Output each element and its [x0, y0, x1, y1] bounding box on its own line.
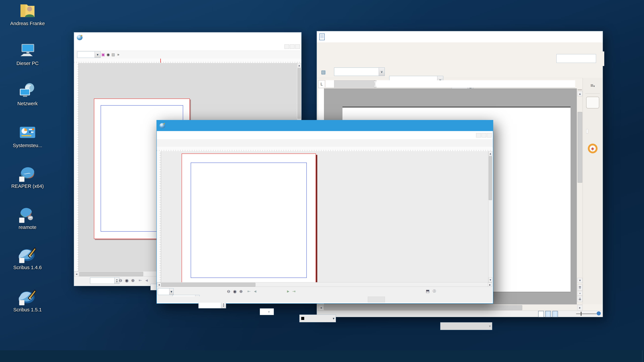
- oo-horizontal-ruler[interactable]: [326, 80, 575, 88]
- s146-zoom-spinbox[interactable]: ▲▼: [198, 302, 221, 308]
- s151-first-page-icon[interactable]: ⇤: [139, 278, 142, 283]
- desktop-icon-systemsteuerung[interactable]: PDF ♻ Systemsteu...: [3, 124, 52, 148]
- oo-ruler-corner[interactable]: L: [318, 80, 325, 88]
- mdi-restore-icon[interactable]: [290, 44, 294, 49]
- page-dot-icon[interactable]: ●: [577, 291, 582, 296]
- s146-next-page-icon[interactable]: ►: [286, 289, 290, 294]
- oo-styles-icon[interactable]: ▧: [319, 67, 327, 76]
- desktop-icon-user-folder[interactable]: PDF ♻ Andreas Franke: [3, 2, 52, 26]
- s146-page-spinbox[interactable]: ∨: [260, 308, 274, 315]
- desktop-icon-netzwerk[interactable]: PDF ♻ Netzwerk: [3, 82, 52, 107]
- s151-color-icon[interactable]: ▣: [100, 51, 106, 58]
- scroll-right-icon[interactable]: ▸: [488, 283, 492, 287]
- sidebar-tab-gallery[interactable]: [586, 130, 599, 141]
- oo-hscrollbar[interactable]: ◂ ▸: [318, 304, 582, 311]
- scroll-left-icon[interactable]: ◂: [318, 305, 324, 310]
- single-page-view-icon[interactable]: [538, 311, 544, 317]
- oo-maximize-button[interactable]: [563, 31, 582, 42]
- s146-canvas[interactable]: [157, 151, 488, 282]
- oo-find-input[interactable]: [559, 56, 593, 61]
- s146-vscrollbar[interactable]: ▴ ▾: [488, 151, 492, 282]
- sidebar-menu-icon[interactable]: ≡▾: [590, 83, 595, 88]
- scroll-right-icon[interactable]: ▸: [577, 305, 582, 310]
- desktop-icon-art: PDF ♻: [19, 165, 36, 182]
- multi-page-view-icon[interactable]: [545, 311, 551, 317]
- scroll-up-icon[interactable]: ▴: [297, 63, 301, 68]
- scroll-down-icon[interactable]: ▾: [577, 278, 582, 283]
- taskbar-clock[interactable]: [612, 350, 640, 362]
- zoom-slider-track[interactable]: [576, 314, 598, 314]
- s146-titlebar[interactable]: [157, 120, 493, 131]
- desktop-icon-scribus-146[interactable]: PDF ♻ Scribus 1.4.6: [3, 246, 52, 271]
- scroll-left-icon[interactable]: ◂: [157, 283, 161, 287]
- chevron-down-icon: ∨: [379, 68, 384, 76]
- oo-titlebar[interactable]: [317, 31, 602, 42]
- s151-zoom-input[interactable]: [92, 278, 113, 284]
- toolbar-overflow-icon[interactable]: »: [116, 51, 121, 58]
- sidebar-tab-styles[interactable]: [586, 114, 599, 125]
- s146-first-page-icon[interactable]: ⇤: [247, 289, 250, 294]
- desktop-icon-scribus-151[interactable]: PDF ♻ Scribus 1.5.1: [3, 289, 52, 313]
- s146-hscrollbar[interactable]: ◂ ▸: [157, 282, 492, 287]
- desktop-icon-reaper[interactable]: PDF ♻ REAPER (x64): [3, 165, 52, 189]
- s151-outline-icon[interactable]: ◉: [106, 51, 111, 58]
- scroll-left-icon[interactable]: ◂: [74, 272, 79, 276]
- s146-vision-select[interactable]: ▾: [440, 322, 492, 330]
- s146-zoom-100-icon[interactable]: ◉: [233, 289, 237, 294]
- s146-page-input[interactable]: [261, 309, 268, 314]
- scroll-up-icon[interactable]: ▴: [488, 151, 492, 156]
- s146-layer-select[interactable]: ▾: [299, 315, 336, 322]
- s146-unit-select[interactable]: ▾: [158, 288, 174, 295]
- s151-zoom-spinbox[interactable]: ▲▼: [90, 278, 114, 284]
- oo-paragraph-style-select[interactable]: ∨: [334, 67, 385, 76]
- oo-minimize-button[interactable]: [545, 31, 563, 42]
- oo-close-button[interactable]: [582, 31, 600, 42]
- show-desktop-button[interactable]: [642, 350, 644, 362]
- sidebar-tab-properties[interactable]: [586, 97, 599, 108]
- oo-find-toolbar[interactable]: [556, 54, 596, 63]
- s151-titlebar[interactable]: [74, 32, 301, 42]
- s146-zoom-out-icon[interactable]: ⊖: [227, 289, 230, 294]
- s146-prev-page-icon[interactable]: ◄: [253, 289, 257, 294]
- split-handle[interactable]: [578, 89, 582, 90]
- scroll-up-icon[interactable]: ▴: [577, 91, 582, 96]
- s151-zoom-in-icon[interactable]: ⊕: [131, 278, 135, 283]
- s146-last-page-icon[interactable]: ⇥: [292, 289, 296, 294]
- mdi-close-icon[interactable]: [487, 133, 492, 137]
- s151-minimize-button[interactable]: [243, 32, 262, 42]
- writer-document-icon: [319, 33, 325, 40]
- s151-edit-icon[interactable]: ▨: [111, 51, 116, 58]
- desktop-icon-reamote[interactable]: PDF ♻ reamote: [3, 206, 52, 230]
- mdi-minimize-icon[interactable]: [476, 133, 481, 137]
- scroll-down-icon[interactable]: ▾: [488, 278, 492, 282]
- s151-zoom-out-icon[interactable]: ⊖: [119, 278, 122, 283]
- s146-maximize-button[interactable]: [453, 120, 472, 131]
- s151-close-button[interactable]: [280, 32, 298, 42]
- s151-layout-select[interactable]: ▾: [77, 51, 100, 58]
- desktop-icons-left: PDF ♻ Andreas Franke: [3, 0, 52, 335]
- s151-zoom-100-icon[interactable]: ◉: [125, 278, 129, 283]
- desktop-icon-label: Dieser PC: [3, 60, 52, 66]
- mdi-restore-icon[interactable]: [482, 133, 486, 137]
- s146-zoom-in-icon[interactable]: ⊕: [239, 289, 243, 294]
- s146-minimize-button[interactable]: [435, 120, 453, 131]
- s151-maximize-button[interactable]: [262, 32, 280, 42]
- mdi-close-icon[interactable]: [295, 44, 300, 49]
- layer-color-swatch: [301, 317, 304, 320]
- next-page-icon[interactable]: ⇊: [577, 296, 582, 302]
- book-view-icon[interactable]: [552, 311, 558, 317]
- oo-ruler-left-margin[interactable]: [334, 80, 376, 88]
- mdi-minimize-icon[interactable]: [284, 44, 289, 49]
- s146-close-button[interactable]: [472, 120, 490, 131]
- preview-eye-icon[interactable]: ☉: [432, 289, 436, 294]
- s146-zoom-input[interactable]: [200, 303, 220, 308]
- previous-page-icon[interactable]: ⇈: [577, 285, 582, 291]
- spinner-arrows-icon[interactable]: ▲▼: [221, 302, 226, 308]
- desktop-icon-dieser-pc[interactable]: PDF ♻ Dieser PC: [3, 42, 52, 66]
- layer-icon[interactable]: ⬒: [426, 289, 430, 294]
- zoom-in-icon[interactable]: [597, 311, 601, 316]
- oo-vscrollbar[interactable]: ▴ ▾ ⇈ ● ⇊: [577, 88, 583, 304]
- zoom-slider-handle[interactable]: [580, 312, 582, 316]
- s151-prev-page-icon[interactable]: ◄: [144, 278, 148, 283]
- sidebar-tab-navigator[interactable]: ◈: [586, 144, 599, 155]
